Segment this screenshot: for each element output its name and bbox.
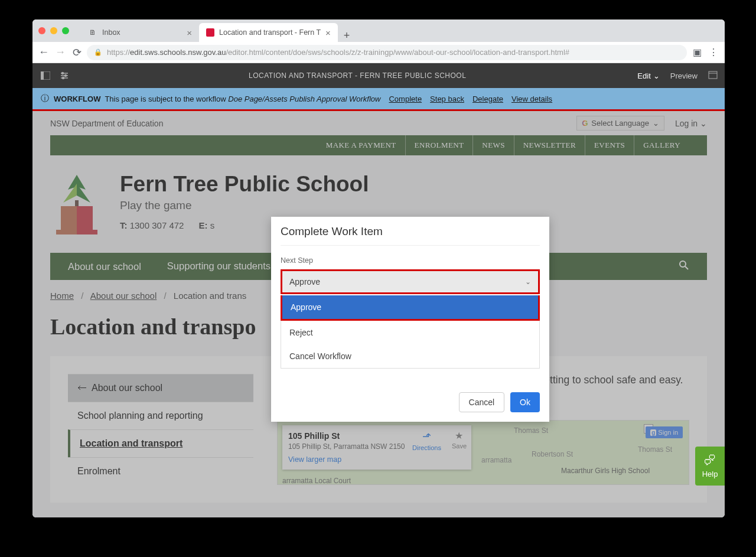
- info-icon: ⓘ: [41, 93, 49, 104]
- profile-icon[interactable]: ▣: [690, 47, 703, 58]
- side-panel-icon[interactable]: [40, 70, 51, 82]
- url-input[interactable]: 🔒 https://edit.sws.schools.nsw.gov.au/ed…: [87, 45, 687, 60]
- workflow-details-link[interactable]: View details: [511, 95, 552, 103]
- map-directions[interactable]: ⬏ Directions: [412, 430, 441, 451]
- utilnav-events[interactable]: EVENTS: [585, 135, 634, 155]
- tab-location-transport[interactable]: Location and transport - Fern T ×: [199, 23, 338, 42]
- dialog-title: Complete Work Item: [281, 225, 540, 246]
- language-selector[interactable]: G Select Language ⌄: [576, 116, 664, 131]
- school-name: Fern Tree Public School: [120, 172, 369, 197]
- maximize-window-icon[interactable]: [62, 27, 69, 34]
- preview-button[interactable]: Preview: [670, 71, 698, 80]
- svg-rect-11: [61, 206, 77, 231]
- map-signin-button[interactable]: gSign in: [646, 426, 683, 438]
- workflow-complete-link[interactable]: Complete: [389, 95, 422, 103]
- utilnav-payment[interactable]: MAKE A PAYMENT: [317, 135, 405, 155]
- reload-button[interactable]: ⟳: [70, 46, 83, 59]
- svg-rect-8: [709, 71, 717, 79]
- close-tab-icon[interactable]: ×: [187, 28, 192, 38]
- help-widget[interactable]: 🗪 Help: [695, 447, 725, 486]
- cancel-button[interactable]: Cancel: [459, 392, 505, 412]
- school-tagline: Play the game: [120, 199, 369, 212]
- star-icon: ★: [455, 430, 463, 441]
- crumb-home[interactable]: Home: [50, 291, 74, 301]
- tab-inbox[interactable]: 🗎 Inbox ×: [81, 23, 199, 42]
- minimize-window-icon[interactable]: [50, 27, 57, 34]
- close-window-icon[interactable]: [38, 27, 45, 34]
- svg-rect-12: [77, 206, 93, 231]
- workflow-text: WORKFLOW This page is subject to the wor…: [54, 95, 380, 103]
- utilnav-gallery[interactable]: GALLERY: [634, 135, 689, 155]
- url-text: https://edit.sws.schools.nsw.gov.au/edit…: [107, 48, 569, 57]
- svg-line-16: [685, 266, 688, 269]
- sidebar-parent[interactable]: 🡐 About our school: [68, 374, 253, 402]
- tab-title: Location and transport - Fern T: [219, 28, 321, 37]
- chat-icon: 🗪: [704, 454, 716, 467]
- editor-toolbar: LOCATION AND TRANSPORT - FERN TREE PUBLI…: [32, 63, 725, 88]
- page-title: LOCATION AND TRANSPORT - FERN TREE PUBLI…: [77, 71, 637, 80]
- svg-rect-1: [41, 71, 44, 80]
- browser-tabs-bar: 🗎 Inbox × Location and transport - Fern …: [32, 19, 725, 42]
- page-info-icon[interactable]: [708, 71, 718, 81]
- forward-button[interactable]: →: [54, 46, 67, 58]
- sidebar-item-planning[interactable]: School planning and reporting: [68, 402, 253, 429]
- svg-point-7: [63, 77, 64, 79]
- settings-icon[interactable]: [58, 70, 70, 82]
- nav-supporting[interactable]: Supporting our students: [167, 260, 271, 272]
- option-approve[interactable]: Approve: [282, 295, 538, 319]
- chevron-down-icon: ⌄: [525, 278, 531, 286]
- svg-point-5: [62, 73, 64, 74]
- edit-mode-dropdown[interactable]: Edit ⌄: [637, 71, 659, 80]
- next-step-label: Next Step: [281, 256, 540, 265]
- new-tab-button[interactable]: +: [338, 30, 356, 42]
- close-tab-icon[interactable]: ×: [325, 28, 331, 38]
- svg-rect-14: [56, 230, 77, 234]
- google-icon: G: [582, 119, 588, 128]
- map-save[interactable]: ★ Save: [452, 430, 467, 451]
- lock-icon: 🔒: [94, 48, 102, 56]
- crumb-about[interactable]: About our school: [90, 291, 157, 301]
- sidebar-item-location[interactable]: Location and transport: [68, 429, 253, 457]
- svg-point-6: [65, 75, 67, 77]
- address-bar: ← → ⟳ 🔒 https://edit.sws.schools.nsw.gov…: [32, 42, 725, 63]
- tab-strip: 🗎 Inbox × Location and transport - Fern …: [81, 19, 356, 42]
- browser-window: 🗎 Inbox × Location and transport - Fern …: [32, 19, 725, 517]
- page-icon: [206, 28, 214, 37]
- school-logo: [50, 172, 103, 240]
- nav-about[interactable]: About our school: [68, 261, 141, 272]
- map-info-card: 105 Phillip St 105 Phillip St, Parramatt…: [282, 425, 471, 470]
- login-link[interactable]: Log in ⌄: [675, 119, 707, 128]
- tab-title: Inbox: [102, 28, 120, 37]
- sidebar-item-enrolment[interactable]: Enrolment: [68, 457, 253, 485]
- browser-menu-icon[interactable]: ⋮: [707, 47, 720, 58]
- workflow-notification: ⓘ WORKFLOW This page is subject to the w…: [32, 88, 725, 111]
- crumb-current: Location and trans: [174, 291, 246, 301]
- embedded-map[interactable]: Thomas St Robertson St Macarthur Girls H…: [277, 420, 689, 485]
- page-icon: 🗎: [88, 28, 97, 37]
- google-icon: g: [650, 429, 656, 436]
- svg-point-15: [680, 261, 686, 267]
- window-controls: [38, 27, 69, 34]
- select-value: Approve: [289, 277, 320, 286]
- arrow-left-icon: 🡐: [77, 383, 87, 393]
- next-step-select[interactable]: Approve ⌄: [282, 271, 538, 292]
- workflow-stepback-link[interactable]: Step back: [430, 95, 464, 103]
- dept-label: NSW Department of Education: [50, 119, 163, 128]
- utilnav-enrolment[interactable]: ENROLMENT: [405, 135, 473, 155]
- utility-nav: MAKE A PAYMENT ENROLMENT NEWS NEWSLETTER…: [50, 135, 707, 155]
- directions-icon: ⬏: [422, 430, 431, 443]
- chevron-down-icon: ⌄: [653, 71, 660, 80]
- top-strip: NSW Department of Education G Select Lan…: [32, 111, 725, 135]
- chevron-down-icon: ⌄: [653, 119, 659, 128]
- back-button[interactable]: ←: [37, 46, 50, 58]
- sidebar: 🡐 About our school School planning and r…: [68, 374, 253, 485]
- workflow-delegate-link[interactable]: Delegate: [472, 95, 503, 103]
- ok-button[interactable]: Ok: [510, 392, 540, 412]
- option-cancel-workflow[interactable]: Cancel Workflow: [281, 344, 539, 368]
- complete-work-item-dialog: Complete Work Item Next Step Approve ⌄ A…: [271, 217, 549, 422]
- utilnav-newsletter[interactable]: NEWSLETTER: [514, 135, 585, 155]
- map-larger-link[interactable]: View larger map: [288, 455, 465, 464]
- search-icon[interactable]: [679, 260, 689, 273]
- option-reject[interactable]: Reject: [281, 321, 539, 344]
- utilnav-news[interactable]: NEWS: [472, 135, 513, 155]
